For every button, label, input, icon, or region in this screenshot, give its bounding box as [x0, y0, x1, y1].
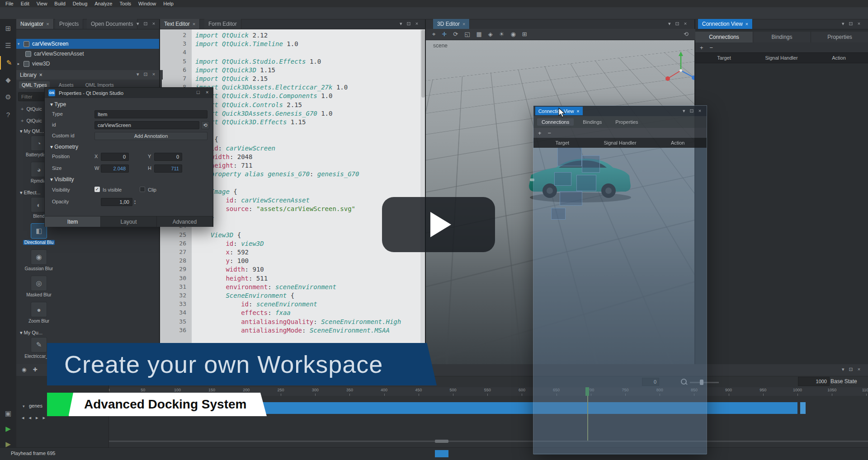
- collapsed-arrow-icon[interactable]: ▸: [16, 61, 21, 66]
- menu-item-window[interactable]: Window: [135, 1, 160, 6]
- tab-properties[interactable]: Properties: [811, 32, 868, 42]
- column-target[interactable]: Target: [695, 53, 753, 63]
- width-field[interactable]: 2.048: [101, 164, 129, 173]
- reset-view-icon[interactable]: ⟲: [684, 31, 689, 38]
- close-icon[interactable]: ×: [577, 108, 580, 114]
- close-icon[interactable]: ×: [745, 21, 748, 27]
- navigator-item-carviewscreenasset[interactable]: carViewScreenAsset: [16, 49, 168, 59]
- track-label[interactable]: genes: [29, 403, 42, 408]
- float-panel-icon[interactable]: ⊡: [675, 21, 679, 27]
- tab-layout[interactable]: Layout: [101, 216, 157, 227]
- section-visibility[interactable]: ▾ Visibility: [50, 176, 74, 183]
- menu-item-edit[interactable]: Edit: [17, 1, 33, 6]
- chevron-down-icon[interactable]: ▾: [137, 71, 139, 77]
- chevron-down-icon[interactable]: ▾: [668, 21, 671, 27]
- tab-properties[interactable]: Properties: [611, 118, 642, 126]
- properties-dialog[interactable]: DS Properties - Qt Design Studio □ × ▾ T…: [44, 87, 213, 227]
- close-icon[interactable]: ×: [858, 366, 860, 372]
- section-geometry[interactable]: ▾ Geometry: [50, 144, 78, 150]
- grid-toggle-icon[interactable]: ⊞: [522, 31, 527, 38]
- move-tool-icon[interactable]: ✛: [442, 31, 447, 38]
- library-item-directional-blu[interactable]: ◧Directional Blu: [23, 223, 55, 249]
- library-item-zoom-blur[interactable]: ●Zoom Blur: [23, 302, 55, 328]
- type-field[interactable]: Item: [94, 110, 208, 118]
- menu-item-analyze[interactable]: Analyze: [91, 1, 116, 6]
- tab-projects[interactable]: Projects: [55, 19, 83, 29]
- float-panel-icon[interactable]: ⊡: [144, 21, 148, 27]
- menu-item-help[interactable]: Help: [160, 1, 177, 6]
- timeline-clip-end-handle[interactable]: [800, 402, 806, 414]
- close-icon[interactable]: ×: [206, 89, 208, 95]
- axis-gizmo[interactable]: [662, 50, 695, 88]
- timeline-hscrollbar-thumb[interactable]: [435, 440, 448, 443]
- tab-form-editor[interactable]: Form Editor: [204, 19, 241, 29]
- tab-navigator[interactable]: Navigator×: [16, 19, 54, 29]
- live-preview-icon[interactable]: ▣: [0, 407, 16, 420]
- y-field[interactable]: 0: [154, 153, 182, 161]
- library-group-header[interactable]: ▾ My Qu...: [16, 328, 159, 337]
- menu-item-debug[interactable]: Debug: [69, 1, 91, 6]
- tab-open-documents[interactable]: Open Documents: [87, 19, 137, 29]
- float-panel-icon[interactable]: ⊡: [849, 366, 853, 372]
- video-play-button[interactable]: [382, 197, 495, 252]
- add-icon[interactable]: +: [538, 130, 542, 136]
- run-icon[interactable]: ▶: [0, 422, 16, 436]
- rotate-tool-icon[interactable]: ⟳: [453, 31, 458, 38]
- bottom-scroll-thumb[interactable]: [435, 450, 448, 457]
- library-item-masked-blur[interactable]: ◎Masked Blur: [23, 276, 55, 302]
- add-annotation-button[interactable]: Add Annotation: [94, 132, 208, 140]
- close-icon[interactable]: ×: [193, 21, 195, 27]
- id-field[interactable]: carViewScreen: [94, 121, 199, 129]
- chevron-down-icon[interactable]: ▾: [400, 21, 402, 27]
- local-global-toggle-icon[interactable]: ◈: [488, 31, 493, 38]
- column-action[interactable]: Action: [810, 53, 868, 63]
- float-panel-icon[interactable]: ⊡: [690, 108, 694, 114]
- menu-item-view[interactable]: View: [33, 1, 51, 6]
- column-signal-handler[interactable]: Signal Handler: [753, 53, 810, 63]
- timeline-duration-input[interactable]: 1000: [798, 377, 830, 386]
- scale-tool-icon[interactable]: ◱: [464, 31, 470, 38]
- close-icon[interactable]: ×: [684, 21, 687, 27]
- float-panel-icon[interactable]: ⊡: [144, 71, 148, 77]
- tab-3d-editor[interactable]: 3D Editor×: [433, 19, 470, 29]
- chevron-down-icon[interactable]: ▾: [842, 21, 844, 27]
- float-panel-icon[interactable]: ⊡: [407, 21, 411, 27]
- close-icon[interactable]: ×: [858, 21, 860, 27]
- close-icon[interactable]: ×: [415, 21, 418, 27]
- maximize-icon[interactable]: □: [197, 89, 200, 95]
- column-action[interactable]: Action: [649, 138, 707, 148]
- floating-connection-view[interactable]: Connection View × ▾⊡× Connections Bindin…: [533, 105, 707, 454]
- play-backward-icon[interactable]: ◂: [29, 415, 32, 421]
- id-reset-icon[interactable]: ⟲: [201, 121, 209, 129]
- base-state-button[interactable]: Base State: [830, 378, 857, 385]
- light-icon[interactable]: ☀: [499, 31, 505, 38]
- add-keyframe-icon[interactable]: ✚: [33, 366, 37, 373]
- tab-connections[interactable]: Connections: [695, 32, 753, 43]
- column-target[interactable]: Target: [533, 138, 591, 148]
- close-icon[interactable]: ×: [46, 21, 49, 27]
- column-signal-handler[interactable]: Signal Handler: [591, 138, 649, 148]
- expand-plus-icon[interactable]: +: [21, 118, 24, 123]
- expand-plus-icon[interactable]: +: [21, 106, 24, 112]
- expand-arrow-icon[interactable]: ▾: [16, 42, 21, 46]
- opacity-stepper[interactable]: ▴▾: [134, 199, 136, 205]
- close-icon[interactable]: ×: [698, 108, 701, 114]
- editor-scrollbar-thumb[interactable]: [421, 30, 425, 98]
- remove-icon[interactable]: −: [710, 44, 713, 51]
- menu-item-tools[interactable]: Tools: [116, 1, 135, 6]
- close-icon[interactable]: ×: [152, 21, 155, 27]
- menu-item-build[interactable]: Build: [51, 1, 69, 6]
- timeline-hscrollbar[interactable]: [108, 441, 868, 442]
- tab-item[interactable]: Item: [45, 216, 101, 227]
- navigator-item-carviewscreen[interactable]: ▾ carViewScreen: [16, 39, 159, 49]
- float-panel-icon[interactable]: ⊡: [849, 21, 853, 27]
- opacity-field[interactable]: 1,00: [101, 198, 132, 206]
- expand-arrow-icon[interactable]: ▾: [23, 404, 25, 408]
- navigator-item-view3d[interactable]: ▸ view3D: [16, 59, 159, 69]
- remove-icon[interactable]: −: [548, 130, 552, 136]
- section-type[interactable]: ▾ Type: [50, 101, 66, 108]
- tab-text-editor[interactable]: Text Editor×: [160, 19, 200, 29]
- splitter[interactable]: [425, 19, 426, 364]
- select-tool-icon[interactable]: ⌖: [432, 31, 435, 38]
- play-forward-icon[interactable]: ▸: [36, 415, 38, 421]
